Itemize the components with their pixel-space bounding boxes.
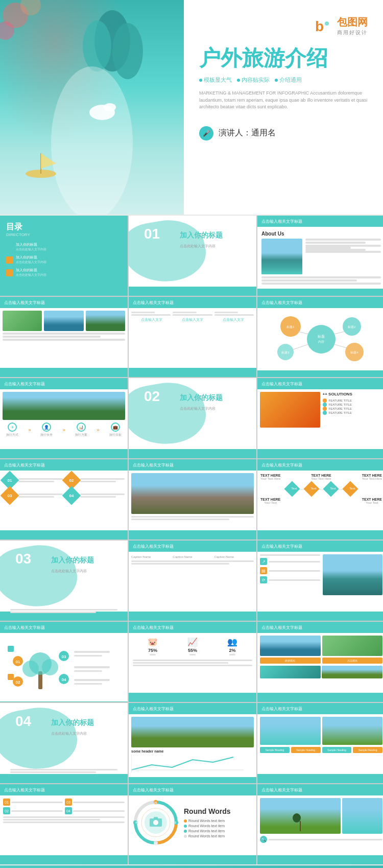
slide-landscape-tree: 点击输入相关文字标题 🔍 (257, 784, 383, 864)
slide-header-5: 点击输入相关文字标题 (0, 459, 128, 471)
brand-logo: b 包图网 商用好设计 (313, 15, 368, 36)
svg-rect-46 (74, 683, 102, 685)
sea-img (342, 798, 382, 834)
slide-header-4: 点击输入相关文字标题 (0, 378, 128, 389)
slide-footer-10 (0, 701, 128, 702)
slide-header-9: 点击输入相关文字标题 (257, 541, 383, 552)
slide-header-10: 点击输入相关文字标题 (0, 622, 128, 633)
closing-slide: b 包图网 商用好设计 谢谢您的观看 感谢您的观看与支持 (0, 865, 383, 868)
svg-text:标题2: 标题2 (347, 325, 356, 329)
hero-slide: b 包图网 商用好设计 户外旅游介绍 模板显大气 内容贴实际 介绍通用 MARK… (0, 0, 383, 215)
slide-header-6: 点击输入相关文字标题 (129, 459, 256, 471)
svg-point-55 (153, 820, 158, 825)
svg-point-31 (22, 661, 39, 677)
svg-line-25 (298, 332, 308, 334)
hero-description: MARKETING & MANAGEMENT FOR INFOGRAPHIC A… (199, 90, 368, 111)
slide-footer-17 (257, 855, 383, 864)
hero-title: 户外旅游介绍 (199, 46, 328, 70)
dir-icon-2 (6, 256, 13, 264)
svg-point-2 (83, 20, 111, 72)
slide-footer-14 (257, 774, 383, 783)
slide-header-14: 点击输入相关文字标题 (257, 703, 383, 714)
brand-slogan: 商用好设计 (337, 29, 368, 36)
mountain-image (131, 473, 254, 514)
beach-img-4 (322, 666, 382, 678)
svg-text:标题1: 标题1 (286, 325, 295, 329)
slide-footer-6 (129, 530, 256, 539)
svg-line-28 (334, 344, 347, 348)
slide-footer-9 (257, 612, 383, 621)
slide-section-03: 03 加入你的标题 点击此处输入文字内容 (0, 541, 128, 621)
svg-text:01: 01 (154, 801, 157, 804)
field-image (131, 717, 254, 747)
bubble-chart: 标题 内容 标题1 标题2 标题3 标题4 (268, 311, 375, 367)
slide-header-7: 点击输入相关文字标题 (257, 459, 383, 471)
beach-img-1 (260, 636, 321, 656)
section-title-04: 加入你的标题 (51, 718, 94, 728)
svg-text:标题4: 标题4 (350, 351, 358, 354)
svg-point-32 (42, 659, 58, 675)
slide-photo-captions: 点击输入相关文字标题 (129, 297, 256, 377)
section-num-01: 01 (144, 226, 160, 242)
section-sub-04: 点击此处输入文字内容 (51, 731, 87, 736)
slide-header-15: 点击输入相关文字标题 (0, 784, 128, 795)
svg-text:标题: 标题 (317, 335, 325, 338)
svg-text:03: 03 (62, 654, 66, 659)
svg-point-13 (325, 21, 329, 26)
svg-text:03: 03 (154, 842, 157, 845)
roundwords-items: Round Words Round Words text item Round … (184, 807, 231, 838)
svg-rect-48 (8, 674, 14, 680)
brush-bg (129, 216, 210, 289)
hero-content: b 包图网 商用好设计 户外旅游介绍 模板显大气 内容贴实际 介绍通用 MARK… (184, 0, 383, 215)
about-title: About Us (261, 231, 381, 237)
svg-text:02: 02 (173, 821, 176, 824)
thumb-img-1 (3, 311, 42, 331)
slide-section-02: 02 加入你的标题 点击此处输入文字内容 (129, 378, 256, 458)
svg-text:02: 02 (16, 680, 20, 685)
dir-icon-1 (6, 244, 13, 251)
slide-footer-16 (129, 855, 256, 864)
brand-name: 包图网 (337, 15, 368, 29)
slide-text-here: 点击输入相关文字标题 TEXT HERE Your Text Here TEXT… (257, 459, 383, 539)
landscape-img (260, 798, 341, 834)
svg-point-3 (51, 66, 133, 215)
solutions-title: ++ SOLUTIONS (323, 392, 383, 396)
slide-header-8: 点击输入相关文字标题 (129, 541, 256, 552)
slide-footer-7 (257, 530, 383, 539)
ship-image (260, 392, 320, 428)
slide-footer-solutions (257, 449, 383, 458)
presenter-area: 🎤 演讲人：通用名 (199, 126, 276, 140)
slide-footer-8 (129, 612, 256, 621)
svg-point-14 (307, 325, 336, 354)
slide-section-01: 01 加入你的标题 点击此处输入文字内容 (129, 216, 256, 296)
slide-footer-12 (257, 693, 383, 702)
slides-grid: 目录 DIRECTORY 加入你的标题点击此处输入文字内容 加入你的标题点击此处… (0, 216, 383, 864)
photo-main (3, 392, 125, 420)
directory-title: 目录 (6, 222, 122, 232)
svg-rect-44 (74, 670, 102, 672)
slide-header-11: 点击输入相关文字标题 (129, 622, 256, 633)
svg-rect-42 (74, 655, 102, 656)
brush-bg-2 (129, 378, 210, 451)
slide-about: 点击输入相关文字标题 About Us (257, 216, 383, 296)
slide-tree-info: 点击输入相关文字标题 01 02 03 04 (0, 622, 128, 702)
svg-rect-56 (154, 817, 158, 819)
slide-footer-13 (129, 777, 256, 783)
dir-item-3: 加入你的标题点击此处输入文字内容 (6, 268, 122, 277)
svg-text:04: 04 (135, 821, 138, 824)
logo-icon: b (313, 16, 333, 36)
slide-footer-15 (0, 855, 128, 864)
section-num-04: 04 (15, 713, 31, 730)
round-words-title: Round Words (184, 807, 231, 815)
svg-rect-41 (74, 651, 110, 653)
slide-header-16: 点击输入相关文字标题 (129, 784, 256, 795)
circle-diagram: 01 02 03 04 (133, 800, 179, 846)
slide-header-about: 点击输入相关文字标题 (257, 216, 383, 227)
dir-item-1: 加入你的标题点击此处输入文字内容 (6, 242, 122, 252)
bullet-1: 模板显大气 (204, 76, 232, 84)
slide-directory: 目录 DIRECTORY 加入你的标题点击此处输入文字内容 加入你的标题点击此处… (0, 216, 128, 296)
dir-icon-3 (6, 269, 13, 276)
brush-bg-4 (0, 703, 81, 776)
slide-lake-photos: 点击输入相关文字标题 Caption Name Caption Name Cap… (129, 541, 256, 621)
about-text (305, 239, 381, 274)
